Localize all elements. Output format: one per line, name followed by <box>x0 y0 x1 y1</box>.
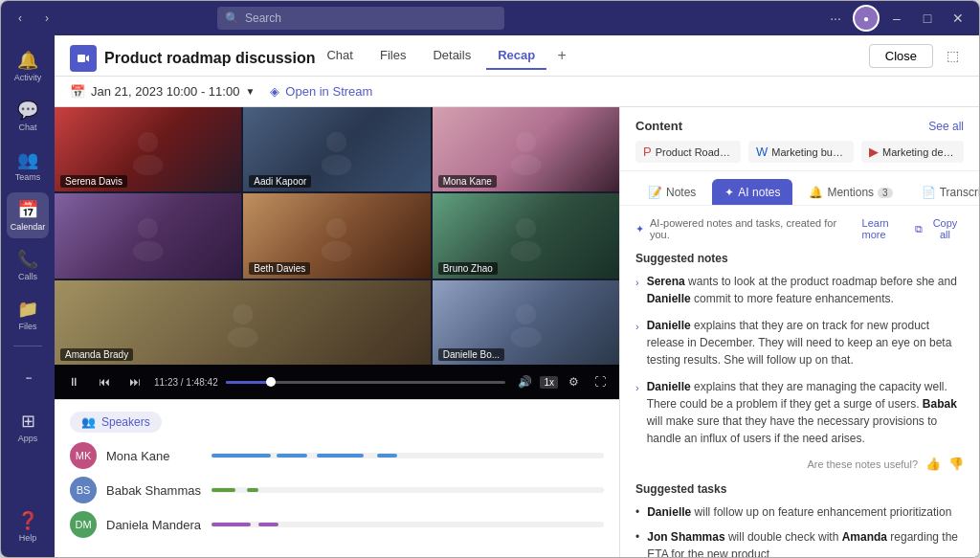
content-section-title: Content <box>635 119 682 133</box>
participant-label-serena: Serena Davis <box>60 175 127 188</box>
note-chevron-icon-1: › <box>635 319 639 368</box>
date-selector[interactable]: 📅 Jan 21, 2023 10:00 - 11:00 ▼ <box>70 84 255 99</box>
svg-point-11 <box>516 218 536 238</box>
content-section: Content See all P Product Roadmap... W <box>620 107 979 171</box>
sidebar-item-chat[interactable]: 💬 Chat <box>7 93 49 139</box>
ai-info: ✦ AI-powered notes and tasks, created fo… <box>635 217 915 240</box>
dropdown-chevron-icon: ▼ <box>245 86 255 97</box>
meeting-title: Product roadmap discussion <box>104 50 315 67</box>
sidebar-divider <box>13 346 42 346</box>
tab-files[interactable]: Files <box>368 42 417 70</box>
transcript-tab-label: Transcript <box>940 186 979 199</box>
video-cell-beth: Beth Davies <box>243 193 430 278</box>
tab-chat[interactable]: Chat <box>315 42 364 70</box>
speakers-label: Speakers <box>101 415 150 429</box>
right-panel: Content See all P Product Roadmap... W <box>619 107 979 557</box>
video-controls: ⏸ ⏮ ⏭ 11:23 / 1:48:42 🔊 1x ⚙ ⛶ <box>55 365 619 399</box>
sidebar-item-teams[interactable]: 👥 Teams <box>7 143 49 189</box>
sidebar-item-calls[interactable]: 📞 Calls <box>7 242 49 288</box>
avatar[interactable]: ● <box>853 5 880 32</box>
sidebar-item-calendar[interactable]: 📅 Calendar <box>7 192 49 238</box>
calendar-icon: 📅 <box>17 199 38 220</box>
participant-label-bruno: Bruno Zhao <box>438 262 498 275</box>
speaker-row-1: BS Babak Shammas <box>70 477 604 503</box>
search-bar: 🔍 <box>217 7 504 30</box>
file-chip-1[interactable]: W Marketing budget... <box>748 141 854 163</box>
video-cell-serena: Serena Davis <box>55 107 241 191</box>
chat-icon: 💬 <box>17 100 38 121</box>
pop-out-button[interactable]: ⬚ <box>941 44 964 67</box>
search-input[interactable] <box>245 11 497 25</box>
close-meeting-button[interactable]: Close <box>869 44 933 68</box>
forward-button[interactable]: › <box>35 7 58 30</box>
video-cell-danielle: Danielle Bo... <box>433 280 619 365</box>
open-stream-button[interactable]: ◈ Open in Stream <box>270 84 372 99</box>
app-window: ‹ › 🔍 ··· ● – □ ✕ 🔔 Activity 💬 Chat <box>0 0 980 558</box>
participant-label-danielle: Danielle Bo... <box>438 348 504 361</box>
svg-rect-0 <box>78 55 85 62</box>
tab-transcript[interactable]: 📄 Transcript <box>909 179 979 205</box>
sidebar-item-activity[interactable]: 🔔 Activity <box>7 43 49 89</box>
open-stream-label: Open in Stream <box>285 84 372 99</box>
ai-info-text: AI-powered notes and tasks, created for … <box>650 217 857 240</box>
add-tab-button[interactable]: + <box>550 44 573 67</box>
suggested-notes-title: Suggested notes <box>635 252 964 265</box>
thumbs-up-button[interactable]: 👍 <box>925 457 941 471</box>
notes-tab-icon: 📝 <box>648 186 662 199</box>
note-chevron-icon-0: › <box>635 275 639 307</box>
time-display: 11:23 / 1:48:42 <box>154 377 218 388</box>
task-text-0: Danielle will follow up on feature enhan… <box>647 503 951 521</box>
sidebar-label-apps: Apps <box>18 434 38 443</box>
sidebar-item-help[interactable]: ❓ Help <box>7 503 49 549</box>
svg-point-16 <box>510 327 541 347</box>
sidebar-item-more[interactable]: ··· <box>7 354 49 400</box>
task-text-1: Jon Shammas will double check with Amand… <box>647 528 964 557</box>
calls-icon: 📞 <box>17 249 38 270</box>
sidebar-label-help: Help <box>19 533 37 543</box>
sidebar-label-activity: Activity <box>14 73 42 82</box>
task-item-1: • Jon Shammas will double check with Ama… <box>635 528 964 557</box>
activity-icon: 🔔 <box>17 50 38 71</box>
mentions-tab-label: Mentions <box>827 186 874 199</box>
tab-notes[interactable]: 📝 Notes <box>635 179 708 205</box>
meeting-header: Product roadmap discussion Chat Files De… <box>55 35 979 77</box>
tab-details[interactable]: Details <box>421 42 482 70</box>
file-name-1: Marketing budget... <box>771 146 846 158</box>
tab-recap[interactable]: Recap <box>486 42 546 70</box>
volume-button[interactable]: 🔊 <box>513 370 536 393</box>
video-cell-aadi: Aadi Kapoor <box>243 107 430 191</box>
play-pause-button[interactable]: ⏸ <box>62 370 85 393</box>
note-item-2: › Danielle explains that they are managi… <box>635 378 964 447</box>
speaker-avatar-0: MK <box>70 442 97 469</box>
close-window-button[interactable]: ✕ <box>945 5 971 32</box>
skip-forward-button[interactable]: ⏭ <box>123 370 146 393</box>
settings-button[interactable]: ⚙ <box>562 370 585 393</box>
copy-all-button[interactable]: ⧉ Copy all <box>915 217 964 240</box>
ai-spark-icon: ✦ <box>635 223 644 235</box>
file-chip-0[interactable]: P Product Roadmap... <box>635 141 741 163</box>
title-bar-left: ‹ › <box>9 7 58 30</box>
maximize-button[interactable]: □ <box>914 5 941 32</box>
video-grid: Serena Davis Aadi Kapoor M <box>55 107 619 365</box>
progress-fill <box>226 381 271 384</box>
video-cell-mona: Mona Kane <box>433 107 619 191</box>
back-button[interactable]: ‹ <box>9 7 32 30</box>
more-options-button[interactable]: ··· <box>822 5 849 32</box>
copy-icon: ⧉ <box>915 223 923 235</box>
minimize-button[interactable]: – <box>883 5 910 32</box>
sidebar-item-apps[interactable]: ⊞ Apps <box>7 404 49 450</box>
tab-ai-notes[interactable]: ✦ AI notes <box>712 179 792 205</box>
sidebar-item-files[interactable]: 📁 Files <box>7 292 49 338</box>
see-all-button[interactable]: See all <box>928 120 964 133</box>
task-bullet-0: • <box>635 503 639 521</box>
fullscreen-button[interactable]: ⛶ <box>589 370 612 393</box>
tab-mentions[interactable]: 🔔 Mentions 3 <box>796 179 904 205</box>
speakers-button[interactable]: 👥 Speakers <box>70 412 162 433</box>
learn-more-link[interactable]: Learn more <box>862 217 915 240</box>
sidebar: 🔔 Activity 💬 Chat 👥 Teams 📅 Calendar 📞 C… <box>1 35 55 557</box>
file-chip-2[interactable]: ▶ Marketing demo... <box>861 141 964 163</box>
progress-bar[interactable] <box>226 381 506 384</box>
svg-point-1 <box>138 132 158 152</box>
skip-back-button[interactable]: ⏮ <box>93 370 116 393</box>
thumbs-down-button[interactable]: 👎 <box>948 457 964 471</box>
